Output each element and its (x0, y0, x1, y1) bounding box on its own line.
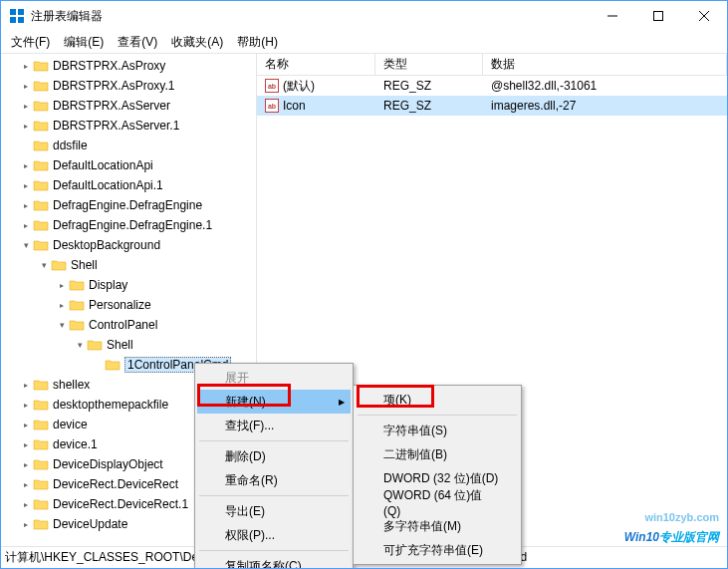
tree-toggle-icon[interactable]: ▸ (19, 421, 33, 429)
tree-toggle-icon[interactable]: ▾ (19, 240, 33, 250)
menu-new-key[interactable]: 项(K) (356, 388, 519, 412)
menu-new-qword[interactable]: QWORD (64 位)值(Q) (356, 490, 519, 514)
tree-item[interactable]: ddsfile (1, 136, 256, 155)
tree-label[interactable]: Personalize (89, 298, 151, 312)
folder-icon (33, 119, 49, 133)
menu-favorites[interactable]: 收藏夹(A) (165, 32, 229, 53)
tree-toggle-icon[interactable]: ▾ (37, 260, 51, 270)
cell-type: REG_SZ (375, 98, 483, 114)
string-value-icon: ab (265, 99, 279, 113)
tree-toggle-icon[interactable]: ▸ (19, 520, 33, 529)
tree-label[interactable]: DefaultLocationApi.1 (53, 178, 163, 192)
tree-item[interactable]: ▸Display (1, 275, 256, 295)
tree-item[interactable]: ▸DefaultLocationApi.1 (1, 175, 256, 195)
tree-label[interactable]: shellex (53, 378, 90, 392)
menu-delete[interactable]: 删除(D) (197, 444, 351, 468)
tree-item[interactable]: ▾Shell (1, 255, 256, 275)
tree-toggle-icon[interactable]: ▸ (19, 460, 33, 469)
header-data[interactable]: 数据 (483, 54, 727, 75)
tree-label[interactable]: Display (89, 278, 127, 292)
menu-export[interactable]: 导出(E) (197, 499, 351, 523)
tree-item[interactable]: ▸DefaultLocationApi (1, 155, 256, 175)
tree-toggle-icon[interactable]: ▸ (19, 500, 33, 509)
menu-find[interactable]: 查找(F)... (197, 414, 351, 437)
close-button[interactable] (681, 1, 727, 31)
tree-toggle-icon[interactable]: ▸ (19, 82, 33, 91)
tree-toggle-icon[interactable]: ▸ (19, 401, 33, 410)
maximize-button[interactable] (635, 1, 681, 31)
menu-separator (199, 550, 349, 551)
listview-row[interactable]: abIconREG_SZimageres.dll,-27 (257, 96, 727, 116)
tree-label[interactable]: DBRSTPRX.AsProxy (53, 59, 165, 73)
tree-toggle-icon[interactable]: ▾ (73, 340, 87, 350)
tree-label[interactable]: DefaultLocationApi (53, 158, 153, 172)
svg-rect-2 (10, 17, 16, 23)
menu-help[interactable]: 帮助(H) (231, 32, 284, 53)
tree-item[interactable]: ▸DefragEngine.DefragEngine.1 (1, 215, 256, 235)
menu-new-binary[interactable]: 二进制值(B) (356, 442, 519, 466)
tree-label[interactable]: ddsfile (53, 139, 88, 152)
tree-label[interactable]: DefragEngine.DefragEngine.1 (53, 218, 212, 232)
tree-label[interactable]: device (53, 418, 88, 431)
tree-item[interactable]: ▾ControlPanel (1, 315, 256, 335)
tree-label[interactable]: device.1 (53, 437, 98, 451)
tree-label[interactable]: DeviceUpdate (53, 517, 127, 531)
header-type[interactable]: 类型 (375, 54, 483, 75)
tree-toggle-icon[interactable]: ▾ (55, 320, 69, 330)
menu-rename[interactable]: 重命名(R) (197, 468, 351, 492)
tree-toggle-icon[interactable]: ▸ (19, 102, 33, 111)
tree-item[interactable]: ▸DBRSTPRX.AsProxy (1, 56, 256, 76)
header-name[interactable]: 名称 (257, 54, 375, 75)
titlebar: 注册表编辑器 (1, 1, 727, 31)
tree-label[interactable]: DefragEngine.DefragEngine (53, 198, 202, 212)
menu-file[interactable]: 文件(F) (5, 32, 56, 53)
menu-view[interactable]: 查看(V) (112, 32, 163, 53)
cell-data: imageres.dll,-27 (483, 98, 727, 114)
tree-item[interactable]: ▸Personalize (1, 295, 256, 315)
tree-label[interactable]: DBRSTPRX.AsServer.1 (53, 119, 179, 133)
tree-toggle-icon[interactable]: ▸ (19, 201, 33, 210)
tree-toggle-icon[interactable]: ▸ (19, 440, 33, 449)
tree-toggle-icon[interactable]: ▸ (19, 480, 33, 489)
tree-label[interactable]: desktopthemepackfile (53, 398, 168, 412)
tree-toggle-icon[interactable]: ▸ (19, 122, 33, 131)
menu-new-string[interactable]: 字符串值(S) (356, 419, 519, 442)
window-title: 注册表编辑器 (31, 8, 590, 25)
svg-rect-1 (18, 9, 24, 15)
cell-data: @shell32.dll,-31061 (483, 78, 727, 94)
menu-new-multistring[interactable]: 多字符串值(M) (356, 514, 519, 538)
tree-toggle-icon[interactable]: ▸ (19, 62, 33, 71)
menu-copy-key-name[interactable]: 复制项名称(C) (197, 554, 351, 569)
tree-item[interactable]: ▸DBRSTPRX.AsProxy.1 (1, 76, 256, 96)
folder-icon (87, 338, 103, 352)
svg-rect-0 (10, 9, 16, 15)
tree-label[interactable]: DeviceDisplayObject (53, 457, 163, 471)
tree-toggle-icon[interactable]: ▸ (19, 381, 33, 390)
tree-toggle-icon[interactable]: ▸ (19, 161, 33, 170)
tree-label[interactable]: DBRSTPRX.AsServer (53, 99, 170, 113)
menu-new[interactable]: 新建(N) (197, 390, 351, 414)
tree-item[interactable]: ▸DBRSTPRX.AsServer.1 (1, 116, 256, 136)
menu-new-expandstring[interactable]: 可扩充字符串值(E) (356, 538, 519, 562)
folder-icon (33, 79, 49, 93)
watermark: win10zyb.com Win10专业版官网 (624, 511, 719, 546)
tree-toggle-icon[interactable]: ▸ (19, 181, 33, 190)
tree-toggle-icon[interactable]: ▸ (19, 221, 33, 230)
tree-label[interactable]: DesktopBackground (53, 238, 160, 252)
tree-label[interactable]: Shell (107, 338, 133, 352)
tree-item[interactable]: ▸DBRSTPRX.AsServer (1, 96, 256, 116)
minimize-button[interactable] (590, 1, 635, 31)
tree-toggle-icon[interactable]: ▸ (55, 301, 69, 310)
tree-label[interactable]: DeviceRect.DeviceRect.1 (53, 497, 188, 511)
tree-item[interactable]: ▸DefragEngine.DefragEngine (1, 195, 256, 215)
listview-row[interactable]: ab(默认)REG_SZ@shell32.dll,-31061 (257, 76, 727, 96)
menu-edit[interactable]: 编辑(E) (58, 32, 110, 53)
tree-item[interactable]: ▾DesktopBackground (1, 235, 256, 255)
tree-item[interactable]: ▾Shell (1, 335, 256, 355)
tree-label[interactable]: Shell (71, 258, 98, 272)
tree-toggle-icon[interactable]: ▸ (55, 281, 69, 290)
tree-label[interactable]: DBRSTPRX.AsProxy.1 (53, 79, 174, 93)
tree-label[interactable]: DeviceRect.DeviceRect (53, 477, 178, 491)
tree-label[interactable]: ControlPanel (89, 318, 157, 332)
menu-permissions[interactable]: 权限(P)... (197, 523, 351, 547)
